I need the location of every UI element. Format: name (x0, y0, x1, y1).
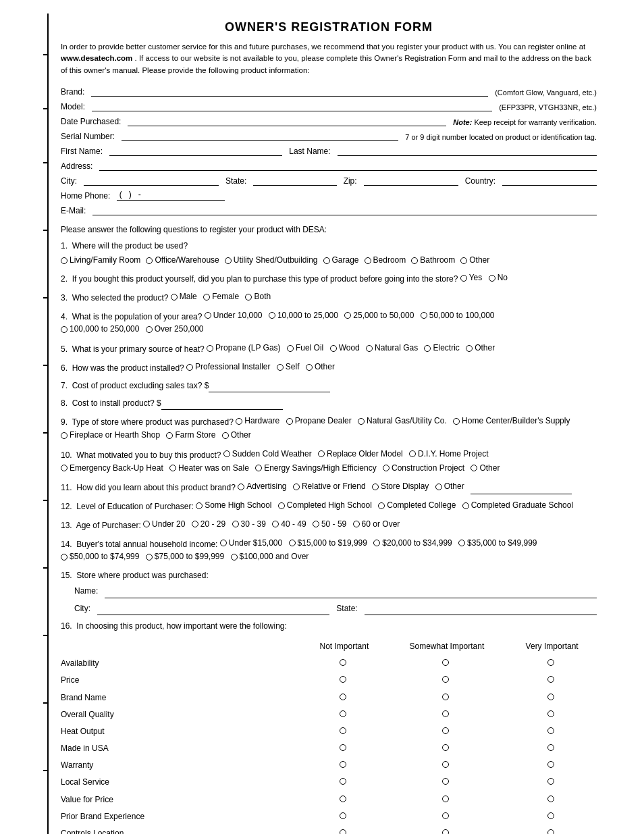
importance-radio-somewhat[interactable] (386, 757, 507, 774)
q13-30to39[interactable]: 30 - 39 (232, 518, 266, 531)
importance-radio-very[interactable] (507, 655, 597, 672)
q10-emergency[interactable]: Emergency Back-Up Heat (61, 462, 163, 475)
importance-radio-very[interactable] (507, 706, 597, 723)
importance-radio-somewhat[interactable] (386, 672, 507, 689)
q9-farmstore[interactable]: Farm Store (166, 429, 215, 442)
importance-radio-somewhat[interactable] (386, 791, 507, 808)
importance-radio-not[interactable] (302, 689, 386, 706)
q1-option-garage[interactable]: Garage (323, 254, 359, 267)
q14-50to74[interactable]: $50,000 to $74,999 (61, 550, 139, 563)
importance-radio-not[interactable] (302, 774, 386, 791)
importance-radio-very[interactable] (507, 757, 597, 774)
q5-electric[interactable]: Electric (424, 342, 459, 355)
model-field[interactable] (92, 101, 492, 111)
email-field[interactable] (92, 205, 597, 215)
q5-propane[interactable]: Propane (LP Gas) (207, 342, 281, 355)
importance-radio-very[interactable] (507, 808, 597, 825)
importance-radio-not[interactable] (302, 757, 386, 774)
q4-25to50[interactable]: 25,000 to 50,000 (344, 309, 414, 322)
importance-radio-somewhat[interactable] (386, 655, 507, 672)
q11-other-field[interactable] (471, 484, 572, 494)
q2-no[interactable]: No (489, 271, 508, 284)
q14-under15k[interactable]: Under $15,000 (220, 537, 282, 550)
importance-radio-not[interactable] (302, 723, 386, 740)
q9-homecenter[interactable]: Home Center/Builder's Supply (453, 415, 570, 427)
q10-heatersale[interactable]: Heater was on Sale (169, 462, 249, 475)
q4-50to100[interactable]: 50,000 to 100,000 (421, 309, 495, 322)
importance-radio-somewhat[interactable] (386, 808, 507, 825)
q3-female[interactable]: Female (203, 290, 239, 303)
importance-radio-very[interactable] (507, 740, 597, 757)
importance-radio-somewhat[interactable] (386, 740, 507, 757)
q9-naturalgas[interactable]: Natural Gas/Utility Co. (358, 415, 447, 427)
importance-radio-very[interactable] (507, 825, 597, 834)
q4-10to25[interactable]: 10,000 to 25,000 (269, 309, 338, 322)
q9-propanedealer[interactable]: Propane Dealer (286, 415, 352, 427)
q10-construction[interactable]: Construction Project (383, 462, 464, 475)
q6-pro[interactable]: Professional Installer (186, 361, 270, 373)
address-field[interactable] (99, 160, 597, 171)
lastname-field[interactable] (338, 145, 597, 156)
q12-completedgrad[interactable]: Completed Graduate School (462, 499, 573, 512)
firstname-field[interactable] (109, 145, 282, 156)
city-field[interactable] (84, 175, 219, 186)
importance-radio-somewhat[interactable] (386, 825, 507, 834)
q13-under20[interactable]: Under 20 (143, 518, 185, 531)
importance-radio-not[interactable] (302, 706, 386, 723)
q13-50to59[interactable]: 50 - 59 (313, 518, 346, 531)
importance-radio-very[interactable] (507, 774, 597, 791)
q6-other[interactable]: Other (306, 361, 335, 373)
q14-15to19[interactable]: $15,000 to $19,999 (289, 537, 367, 550)
q5-other[interactable]: Other (466, 342, 495, 355)
q14-35to49[interactable]: $35,000 to $49,999 (458, 537, 537, 550)
q15-name-field[interactable] (105, 588, 597, 598)
q7-cost-field[interactable] (209, 382, 330, 392)
brand-field[interactable] (91, 86, 488, 97)
q10-other[interactable]: Other (471, 462, 500, 475)
q15-state-field[interactable] (365, 604, 597, 615)
q3-male[interactable]: Male (171, 290, 197, 303)
q1-option-bedroom[interactable]: Bedroom (365, 254, 406, 267)
q9-hardware[interactable]: Hardware (236, 415, 279, 427)
q1-option-office[interactable]: Office/Warehouse (146, 254, 219, 267)
q4-over250[interactable]: Over 250,000 (146, 323, 204, 336)
zip-field[interactable] (364, 175, 458, 186)
importance-radio-not[interactable] (302, 740, 386, 757)
q14-20to34[interactable]: $20,000 to $34,999 (373, 537, 452, 550)
q5-naturalgas[interactable]: Natural Gas (366, 342, 418, 355)
state-field[interactable] (253, 175, 336, 186)
q13-60over[interactable]: 60 or Over (353, 518, 400, 531)
q6-self[interactable]: Self (277, 361, 300, 373)
q11-advertising[interactable]: Advertising (238, 480, 286, 493)
importance-radio-somewhat[interactable] (386, 774, 507, 791)
q4-100to250[interactable]: 100,000 to 250,000 (61, 323, 139, 336)
q13-40to49[interactable]: 40 - 49 (272, 518, 306, 531)
q10-replacemodel[interactable]: Replace Older Model (318, 448, 403, 461)
importance-radio-very[interactable] (507, 723, 597, 740)
importance-radio-very[interactable] (507, 672, 597, 689)
importance-radio-not[interactable] (302, 825, 386, 834)
q8-cost-field[interactable] (161, 400, 283, 410)
q14-75to99[interactable]: $75,000 to $99,999 (146, 550, 224, 563)
q3-both[interactable]: Both (245, 290, 271, 303)
q9-other[interactable]: Other (222, 429, 251, 442)
importance-radio-somewhat[interactable] (386, 706, 507, 723)
q5-fueloil[interactable]: Fuel Oil (287, 342, 323, 355)
q5-wood[interactable]: Wood (330, 342, 360, 355)
importance-radio-not[interactable] (302, 791, 386, 808)
q11-relativefriend[interactable]: Relative or Friend (293, 480, 366, 493)
q1-option-utility[interactable]: Utility Shed/Outbuilding (225, 254, 318, 267)
importance-radio-somewhat[interactable] (386, 689, 507, 706)
q14-100over[interactable]: $100,000 and Over (231, 550, 309, 563)
importance-radio-somewhat[interactable] (386, 723, 507, 740)
q9-fireplace[interactable]: Fireplace or Hearth Shop (61, 429, 160, 442)
q12-somehigh[interactable]: Some High School (196, 499, 271, 512)
importance-radio-very[interactable] (507, 791, 597, 808)
q15-city-field[interactable] (97, 604, 329, 615)
q12-completedhigh[interactable]: Completed High School (278, 499, 372, 512)
importance-radio-not[interactable] (302, 655, 386, 672)
serial-field[interactable] (122, 130, 398, 141)
importance-radio-not[interactable] (302, 672, 386, 689)
q13-20to29[interactable]: 20 - 29 (192, 518, 225, 531)
q10-energy[interactable]: Energy Savings/High Efficiency (255, 462, 377, 475)
